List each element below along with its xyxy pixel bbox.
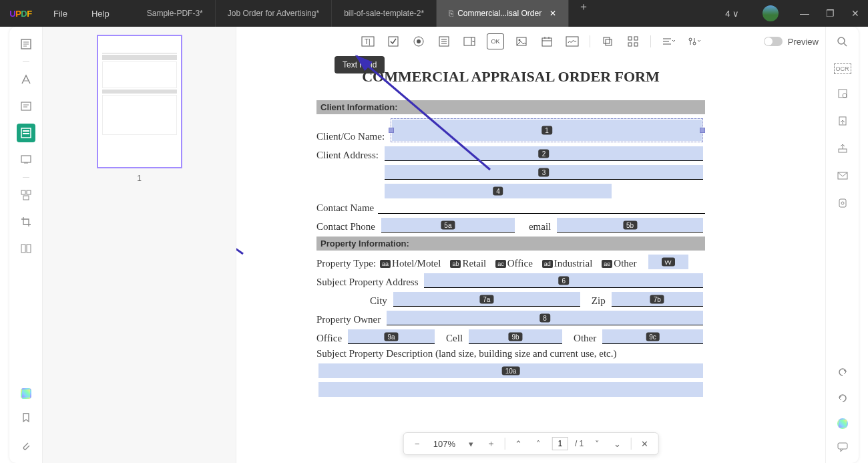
client-name-label: Client/Co Name:	[316, 131, 385, 142]
slideshow-icon[interactable]	[17, 150, 35, 169]
tab-2[interactable]: bill-of-sale-template-2*	[332, 0, 437, 27]
field-email[interactable]: 5b	[557, 218, 703, 233]
field-cell-phone[interactable]: 9b	[469, 329, 562, 344]
other-phone-label: Other	[574, 333, 596, 344]
svg-rect-14	[23, 196, 29, 200]
tab-close-icon[interactable]: ✕	[550, 9, 556, 18]
signature-tool[interactable]	[564, 33, 580, 49]
mail-icon[interactable]	[837, 170, 849, 184]
document-page[interactable]: COMMERCIAL APPRAISAL ORDER FORM Client I…	[236, 52, 785, 463]
tab-1[interactable]: Job Order for Advertising*	[216, 0, 332, 27]
menu-help[interactable]: Help	[79, 9, 122, 19]
next-page-button[interactable]: ˅	[590, 437, 604, 450]
checkbox-tool[interactable]	[385, 33, 401, 49]
field-client-address-2[interactable]: 3	[385, 165, 703, 180]
field-client-address-3[interactable]: 4	[385, 184, 612, 198]
maximize-button[interactable]: ❐	[817, 8, 843, 19]
compare-icon[interactable]	[17, 239, 35, 258]
zoom-dropdown[interactable]: ▾	[465, 437, 478, 450]
organize-icon[interactable]	[17, 186, 35, 204]
ptype-industrial[interactable]: adIndustrial	[542, 258, 593, 269]
cloud-icon[interactable]	[837, 197, 849, 211]
field-description-2[interactable]	[318, 382, 703, 397]
dropdown-tool[interactable]	[461, 33, 477, 49]
zoom-out-button[interactable]: −	[411, 437, 424, 450]
scan-icon[interactable]	[837, 88, 849, 102]
field-contact-phone[interactable]: 5a	[381, 218, 515, 233]
close-button[interactable]: ✕	[843, 8, 868, 19]
export-icon[interactable]	[837, 115, 849, 129]
user-avatar[interactable]	[763, 5, 779, 21]
image-tool[interactable]	[513, 33, 529, 49]
close-navigator-button[interactable]: ✕	[638, 437, 651, 450]
radio-tool[interactable]	[411, 33, 427, 49]
page-thumbnail-1[interactable]	[97, 35, 182, 168]
comment-icon[interactable]	[837, 441, 849, 455]
page-dropdown[interactable]: 4 ∨	[715, 9, 749, 19]
ptype-office[interactable]: acOffice	[495, 258, 533, 269]
bookmark-icon[interactable]	[17, 408, 35, 427]
field-other-phone[interactable]: 9c	[602, 329, 703, 344]
search-icon[interactable]	[837, 36, 849, 50]
menu-file[interactable]: File	[41, 9, 79, 19]
app-logo: UPDF	[0, 9, 41, 19]
redo-icon[interactable]	[837, 392, 849, 406]
text-field-tool[interactable]: T|	[360, 33, 376, 49]
field-city[interactable]: 7a	[393, 292, 580, 307]
field-client-address-1[interactable]: 2	[385, 146, 703, 161]
field-client-name[interactable]: 1	[391, 118, 703, 142]
share-icon[interactable]	[837, 142, 849, 156]
ptype-retail[interactable]: abRetail	[450, 258, 486, 269]
minimize-button[interactable]: —	[792, 8, 817, 19]
duplicate-tool[interactable]	[600, 33, 616, 49]
align-tool[interactable]	[660, 33, 676, 49]
cell-phone-label: Cell	[446, 333, 463, 344]
tab-3[interactable]: ⎘Commercial...isal Order✕	[437, 0, 569, 27]
ptype-hotel[interactable]: aaHotel/Motel	[380, 258, 441, 269]
reader-mode-icon[interactable]	[17, 35, 35, 53]
list-tool[interactable]	[436, 33, 452, 49]
layers-icon[interactable]	[21, 388, 31, 399]
field-owner[interactable]: 8	[387, 311, 703, 325]
svg-point-46	[693, 42, 696, 45]
tab-0[interactable]: Sample-PDF-3*	[135, 0, 216, 27]
edit-icon[interactable]	[17, 97, 35, 116]
undo-icon[interactable]	[837, 366, 849, 380]
svg-rect-55	[839, 149, 847, 152]
date-tool[interactable]	[539, 33, 555, 49]
city-label: City	[370, 295, 387, 307]
field-office-phone[interactable]: 9a	[348, 329, 435, 344]
prev-page-button[interactable]: ˄	[532, 437, 546, 450]
svg-rect-11	[21, 156, 31, 162]
field-other-type[interactable]: vv	[648, 255, 688, 269]
field-description-1[interactable]: 10a	[318, 363, 703, 378]
properties-tool[interactable]	[686, 33, 702, 49]
svg-rect-39	[628, 43, 632, 46]
zoom-level[interactable]: 107%	[431, 439, 458, 449]
attach-icon[interactable]	[17, 436, 35, 455]
annotate-icon[interactable]	[17, 70, 35, 89]
document-tabs: Sample-PDF-3* Job Order for Advertising*…	[135, 0, 599, 27]
field-subject-address[interactable]: 6	[424, 273, 703, 288]
svg-point-50	[838, 37, 845, 44]
first-page-button[interactable]: ⌃	[512, 437, 525, 450]
button-tool[interactable]: OK	[487, 33, 504, 49]
ocr-icon[interactable]: OCR	[834, 63, 851, 74]
page-number-input[interactable]	[552, 437, 568, 450]
property-type-label: Property Type:	[316, 258, 376, 269]
zoom-in-button[interactable]: ＋	[485, 437, 498, 450]
form-icon: ⎘	[449, 9, 453, 18]
field-zip[interactable]: 7b	[612, 292, 703, 307]
svg-text:T|: T|	[365, 38, 371, 45]
right-toolbar: OCR	[825, 27, 859, 463]
grid-tool[interactable]	[625, 33, 641, 49]
section-client-info: Client Information:	[316, 100, 705, 114]
titlebar: UPDF File Help Sample-PDF-3* Job Order f…	[0, 0, 868, 27]
last-page-button[interactable]: ⌄	[610, 437, 624, 450]
assistant-icon[interactable]	[837, 418, 848, 429]
preview-toggle[interactable]	[764, 37, 783, 46]
form-mode-icon[interactable]	[17, 124, 35, 142]
crop-icon[interactable]	[17, 212, 35, 231]
ptype-other[interactable]: aeOther	[602, 258, 636, 269]
add-tab-button[interactable]: ＋	[569, 0, 598, 27]
